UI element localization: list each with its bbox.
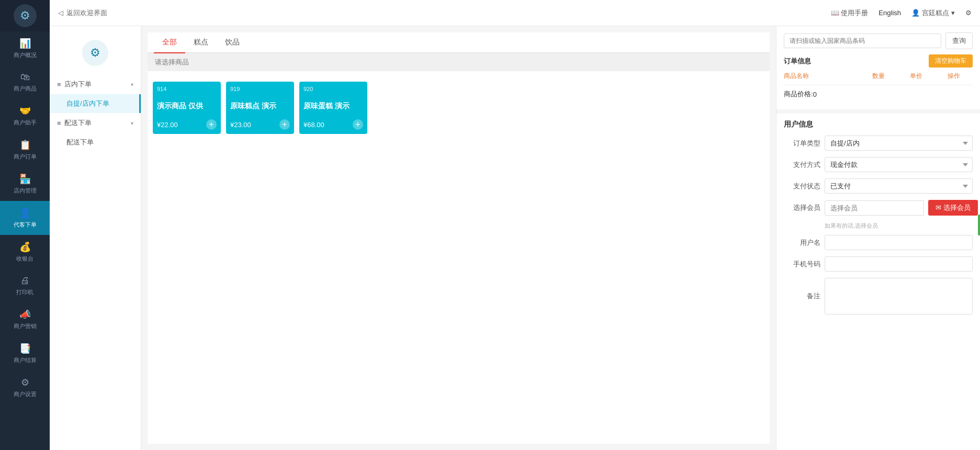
payment-status-row: 支付状态 已支付 未支付 bbox=[784, 178, 973, 194]
topbar-settings-icon[interactable]: ⚙ bbox=[965, 9, 972, 17]
tab-cake[interactable]: 糕点 bbox=[185, 32, 217, 53]
select-member-button[interactable]: ✉ 选择会员 bbox=[928, 200, 978, 216]
self-pickup-item[interactable]: 自提/店内下单 bbox=[50, 94, 141, 113]
payment-method-select[interactable]: 现金付款 在线支付 会员余额 bbox=[825, 157, 973, 172]
sidebar-item-cashier[interactable]: 💰 收银台 bbox=[0, 235, 50, 269]
order-type-row: 订单类型 自提/店内 配送 bbox=[784, 136, 973, 151]
back-button[interactable]: ◁ 返回欢迎界面 bbox=[58, 8, 107, 18]
sidebar-item-label: 商户结算 bbox=[14, 356, 37, 364]
sidebar-item-overview[interactable]: 📊 商户概况 bbox=[0, 31, 50, 65]
sidebar-item-label: 打印机 bbox=[16, 288, 33, 296]
sub-sidebar-logo: ⚙ bbox=[50, 31, 141, 74]
list-icon2: ≡ bbox=[57, 119, 61, 127]
order-info-row: 订单信息 清空购物车 bbox=[784, 54, 973, 68]
user-info-section: 用户信息 订单类型 自提/店内 配送 支付方式 现金付款 在线支付 会员余额 bbox=[776, 114, 980, 327]
sidebar-item-label: 商户设置 bbox=[14, 390, 37, 398]
right-panel: 查询 订单信息 清空购物车 商品名称 数量 单价 操作 商品价格: 0 bbox=[776, 26, 980, 450]
goods-icon: 🛍 bbox=[20, 72, 30, 83]
sidebar-item-printer[interactable]: 🖨 打印机 bbox=[0, 269, 50, 302]
sidebar-item-label: 店内管理 bbox=[14, 187, 37, 195]
sidebar-item-assistant[interactable]: 🤝 商户助手 bbox=[0, 99, 50, 133]
clear-cart-button[interactable]: 清空购物车 bbox=[929, 54, 973, 68]
sidebar-item-label: 商户概况 bbox=[14, 51, 37, 59]
agent-icon: 👤 bbox=[19, 207, 31, 219]
col-qty-header: 数量 bbox=[859, 72, 897, 81]
assistant-icon: 🤝 bbox=[19, 105, 31, 117]
note-textarea[interactable] bbox=[825, 278, 973, 314]
sidebar-item-store[interactable]: 🏪 店内管理 bbox=[0, 167, 50, 201]
self-pickup-label: 自提/店内下单 bbox=[66, 99, 109, 107]
product-tabs: 全部 糕点 饮品 bbox=[148, 32, 770, 53]
user-menu[interactable]: 👤 宫廷糕点 ▾ bbox=[911, 8, 955, 18]
add-product-0-button[interactable]: + bbox=[206, 119, 217, 130]
product-header-text: 请选择商品 bbox=[155, 58, 189, 66]
language-switcher[interactable]: English bbox=[878, 9, 901, 17]
tab-all[interactable]: 全部 bbox=[154, 32, 185, 53]
add-product-1-button[interactable]: + bbox=[279, 119, 290, 130]
sidebar: ⚙ 📊 商户概况 🛍 商户商品 🤝 商户助手 📋 商户订单 🏪 店内管理 👤 代… bbox=[0, 0, 50, 450]
col-name-header: 商品名称 bbox=[784, 72, 859, 81]
product-area: 全部 糕点 饮品 请选择商品 914 演示商品 仅供 ¥22.00 + bbox=[141, 26, 776, 450]
payment-status-label: 支付状态 bbox=[784, 182, 820, 191]
product-card-2[interactable]: 920 原味蛋糕 演示 ¥68.00 + bbox=[299, 82, 367, 134]
order-info-label: 订单信息 bbox=[784, 57, 811, 66]
manual-link[interactable]: 📖 使用手册 bbox=[831, 8, 869, 18]
product-id-1: 919 bbox=[230, 86, 290, 92]
product-price-0: ¥22.00 bbox=[157, 121, 178, 129]
sidebar-item-orders[interactable]: 📋 商户订单 bbox=[0, 133, 50, 167]
sidebar-item-settings[interactable]: ⚙ 商户设置 bbox=[0, 370, 50, 404]
goods-price-value: 0 bbox=[813, 91, 817, 98]
product-card-1[interactable]: 919 原味糕点 演示 ¥23.00 + bbox=[226, 82, 294, 134]
expand-icon: ▾ bbox=[131, 82, 133, 87]
sidebar-item-marketing[interactable]: 📣 商户营销 bbox=[0, 302, 50, 336]
delivery-item[interactable]: 配送下单 bbox=[50, 133, 141, 152]
sidebar-item-label: 收银台 bbox=[16, 255, 33, 263]
product-price-1: ¥23.00 bbox=[230, 121, 251, 129]
member-row: 选择会员 ✉ 选择会员 bbox=[784, 200, 973, 216]
chevron-down-icon: ▾ bbox=[951, 9, 955, 17]
sub-sidebar: ⚙ ≡ 店内下单 ▾ 自提/店内下单 ≡ 配送下单 ▾ bbox=[50, 26, 141, 450]
sidebar-item-settlement[interactable]: 📑 商户结算 bbox=[0, 336, 50, 370]
product-header: 请选择商品 bbox=[148, 53, 770, 71]
sidebar-item-goods[interactable]: 🛍 商户商品 bbox=[0, 65, 50, 99]
payment-status-select[interactable]: 已支付 未支付 bbox=[825, 178, 973, 194]
sidebar-logo: ⚙ bbox=[0, 0, 50, 31]
scan-button[interactable]: 查询 bbox=[945, 32, 973, 49]
phone-row: 手机号码 bbox=[784, 256, 973, 272]
member-input[interactable] bbox=[825, 200, 924, 216]
scan-input[interactable] bbox=[784, 33, 941, 48]
product-name-1: 原味糕点 演示 bbox=[230, 101, 290, 110]
delivery-order-label: 配送下单 bbox=[64, 118, 92, 128]
sidebar-item-label: 商户商品 bbox=[14, 85, 37, 93]
product-name-0: 演示商品 仅供 bbox=[157, 101, 217, 110]
delivery-order-header[interactable]: ≡ 配送下单 ▾ bbox=[50, 113, 141, 133]
product-grid: 914 演示商品 仅供 ¥22.00 + 919 原味糕点 演示 ¥23.00 … bbox=[148, 76, 770, 181]
scan-section: 查询 订单信息 清空购物车 商品名称 数量 单价 操作 商品价格: 0 bbox=[776, 26, 980, 114]
username-label: 用户名 bbox=[784, 238, 820, 248]
add-product-2-button[interactable]: + bbox=[353, 119, 363, 130]
note-row: 备注 bbox=[784, 278, 973, 314]
sidebar-item-label: 商户营销 bbox=[14, 322, 37, 330]
order-type-label: 订单类型 bbox=[784, 139, 820, 148]
cashier-icon: 💰 bbox=[19, 241, 31, 253]
sidebar-item-label: 商户订单 bbox=[14, 153, 37, 161]
instore-order-header[interactable]: ≡ 店内下单 ▾ bbox=[50, 74, 141, 94]
store-icon: 🏪 bbox=[19, 173, 31, 185]
user-info-title: 用户信息 bbox=[784, 120, 973, 129]
right-edge-indicator bbox=[978, 215, 980, 235]
member-label: 选择会员 bbox=[784, 203, 820, 212]
sidebar-item-label: 代客下单 bbox=[14, 221, 37, 229]
phone-label: 手机号码 bbox=[784, 260, 820, 269]
product-price-row-2: ¥68.00 + bbox=[303, 119, 363, 130]
sub-logo-circle: ⚙ bbox=[82, 40, 108, 66]
app-logo-icon: ⚙ bbox=[20, 9, 30, 22]
book-icon: 📖 bbox=[831, 9, 839, 17]
phone-input[interactable] bbox=[825, 256, 973, 272]
tab-drink[interactable]: 饮品 bbox=[217, 32, 248, 53]
goods-price-row: 商品价格: 0 bbox=[784, 85, 973, 103]
sidebar-item-agent[interactable]: 👤 代客下单 bbox=[0, 201, 50, 235]
username-input[interactable] bbox=[825, 235, 973, 250]
product-card-0[interactable]: 914 演示商品 仅供 ¥22.00 + bbox=[153, 82, 221, 134]
order-type-select[interactable]: 自提/店内 配送 bbox=[825, 136, 973, 151]
manual-label: 使用手册 bbox=[841, 9, 868, 17]
